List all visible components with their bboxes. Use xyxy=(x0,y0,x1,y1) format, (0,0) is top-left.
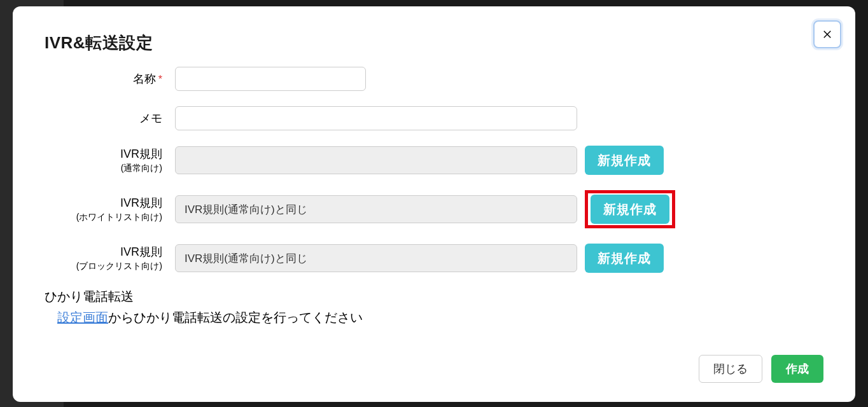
row-memo: メモ xyxy=(45,106,823,130)
label-name-text: 名称 xyxy=(133,71,156,86)
form-area: 名称 * メモ IVR規則 (通常向け) xyxy=(45,67,823,337)
required-mark: * xyxy=(158,74,162,85)
label-ivr-normal: IVR規則 (通常向け) xyxy=(45,146,175,174)
row-name: 名称 * xyxy=(45,67,823,91)
label-ivr-normal-sub: (通常向け) xyxy=(121,163,162,174)
label-ivr-blocklist-sub: (ブロックリスト向け) xyxy=(76,261,162,272)
hikari-settings-link[interactable]: 設定画面 xyxy=(57,310,108,324)
label-ivr-whitelist: IVR規則 (ホワイトリスト向け) xyxy=(45,195,175,223)
highlighted-create-wrap: 新規作成 xyxy=(585,190,675,228)
ivr-normal-select[interactable] xyxy=(175,146,577,174)
close-icon xyxy=(822,29,833,40)
row-ivr-whitelist: IVR規則 (ホワイトリスト向け) IVR規則(通常向け)と同じ 新規作成 xyxy=(45,190,823,228)
modal-title: IVR&転送設定 xyxy=(45,32,823,54)
ivr-blocklist-select[interactable]: IVR規則(通常向け)と同じ xyxy=(175,244,577,272)
ivr-whitelist-create-button[interactable]: 新規作成 xyxy=(591,195,669,224)
modal-header: IVR&転送設定 xyxy=(45,32,823,54)
memo-input[interactable] xyxy=(175,106,577,130)
submit-create-button[interactable]: 作成 xyxy=(771,355,823,383)
name-input[interactable] xyxy=(175,67,366,91)
hikari-desc-rest: からひかり電話転送の設定を行ってください xyxy=(108,310,363,324)
row-ivr-blocklist: IVR規則 (ブロックリスト向け) IVR規則(通常向け)と同じ 新規作成 xyxy=(45,244,823,273)
label-ivr-whitelist-sub: (ホワイトリスト向け) xyxy=(76,212,162,223)
label-name: 名称 * xyxy=(45,71,175,86)
label-ivr-normal-text: IVR規則 xyxy=(120,146,162,162)
label-ivr-whitelist-text: IVR規則 xyxy=(120,195,162,210)
ivr-blocklist-create-button[interactable]: 新規作成 xyxy=(585,244,664,273)
label-ivr-blocklist: IVR規則 (ブロックリスト向け) xyxy=(45,244,175,272)
ivr-normal-create-button[interactable]: 新規作成 xyxy=(585,146,664,175)
ivr-whitelist-select[interactable]: IVR規則(通常向け)と同じ xyxy=(175,195,577,223)
ivr-whitelist-selected: IVR規則(通常向け)と同じ xyxy=(185,202,307,217)
ivr-blocklist-selected: IVR規則(通常向け)と同じ xyxy=(185,251,307,266)
modal-footer: 閉じる 作成 xyxy=(45,355,823,383)
label-memo-text: メモ xyxy=(139,111,162,126)
label-ivr-blocklist-text: IVR規則 xyxy=(120,244,162,259)
row-ivr-normal: IVR規則 (通常向け) 新規作成 xyxy=(45,146,823,175)
hikari-section: ひかり電話転送 設定画面からひかり電話転送の設定を行ってください xyxy=(45,288,823,326)
close-button[interactable] xyxy=(813,20,841,48)
label-memo: メモ xyxy=(45,111,175,126)
close-modal-button[interactable]: 閉じる xyxy=(699,355,762,383)
ivr-transfer-settings-modal: IVR&転送設定 名称 * メモ xyxy=(13,6,855,402)
hikari-title: ひかり電話転送 xyxy=(45,288,823,305)
hikari-desc: 設定画面からひかり電話転送の設定を行ってください xyxy=(45,309,823,326)
